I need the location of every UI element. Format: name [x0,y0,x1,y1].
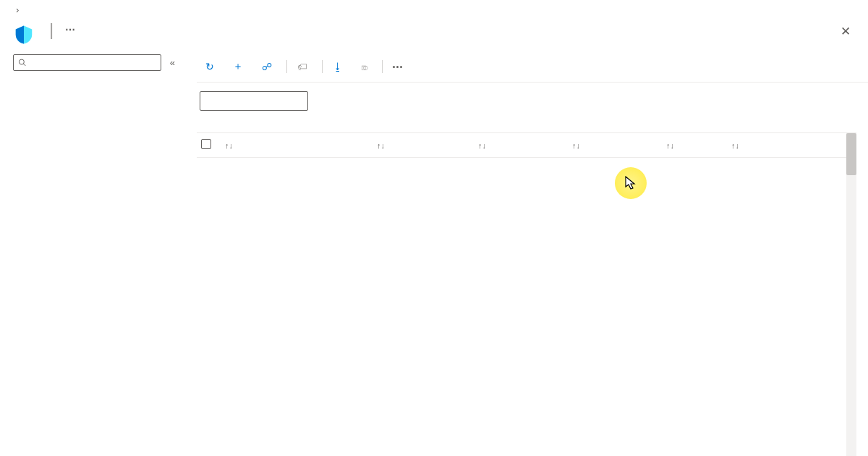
search-input[interactable] [13,54,161,71]
breadcrumb: › [0,0,868,17]
col-monitoring-agent[interactable]: ↑↓ [566,133,660,158]
collapse-sidebar-icon[interactable]: « [167,54,178,71]
sort-icon: ↑↓ [731,141,739,150]
col-defender[interactable]: ↑↓ [660,133,725,158]
toolbar-separator [382,60,383,73]
vertical-scrollbar[interactable] [846,133,856,456]
svg-line-1 [23,64,25,66]
download-csv-button[interactable]: ⭳ [327,58,353,75]
tag-icon: 🏷 [297,61,307,72]
col-recommendations[interactable]: ↑↓ [725,133,856,158]
sort-icon: ↑↓ [225,141,233,150]
sort-icon: ↑↓ [666,141,674,150]
add-server-button[interactable]: ＋ [227,57,253,76]
sidebar: « [0,51,187,456]
toolbar-separator [286,60,287,73]
sort-icon: ↑↓ [478,141,486,150]
sort-icon: ↑↓ [572,141,580,150]
page-header: | ⋯ ✕ [0,17,868,51]
trigger-logic-button: ⎄ [356,58,378,75]
open-query-button[interactable]: ☍ [256,58,282,75]
main-content: ↻ ＋ ☍ 🏷 ⭳ ⎄ ↑↓ ↑↓ ↑↓ ↑ [187,51,868,456]
filter-bar [197,83,868,115]
toolbar: ↻ ＋ ☍ 🏷 ⭳ ⎄ [197,51,868,83]
title-menu-icon[interactable]: ⋯ [65,24,76,35]
summary-stats [197,115,868,132]
close-icon[interactable]: ✕ [836,20,855,43]
filter-name-input[interactable] [200,91,308,111]
title-separator: | [49,20,54,40]
search-icon [18,58,27,67]
search-field[interactable] [31,57,156,68]
refresh-icon: ↻ [205,61,214,72]
chevron-right-icon: › [16,4,19,15]
select-all-checkbox[interactable] [201,139,211,149]
more-icon [393,66,402,68]
sort-icon: ↑↓ [377,141,385,150]
page-title: | ⋯ [43,20,76,40]
scrollbar-thumb[interactable] [846,133,856,175]
col-subscription[interactable]: ↑↓ [472,133,566,158]
plus-icon: ＋ [233,60,243,73]
product-icon [13,24,35,46]
svg-point-0 [19,59,24,64]
col-resource-name[interactable]: ↑↓ [218,133,370,158]
inventory-table: ↑↓ ↑↓ ↑↓ ↑↓ ↑↓ ↑↓ [197,132,856,456]
toolbar-separator [322,60,323,73]
logic-icon: ⎄ [362,61,367,72]
more-toolbar-button[interactable] [387,63,408,71]
download-icon: ⭳ [333,61,343,72]
mouse-cursor-icon [625,176,637,190]
query-icon: ☍ [262,61,272,72]
assign-tags-button: 🏷 [292,58,318,75]
col-resource-type[interactable]: ↑↓ [370,133,472,158]
refresh-button[interactable]: ↻ [200,58,224,75]
